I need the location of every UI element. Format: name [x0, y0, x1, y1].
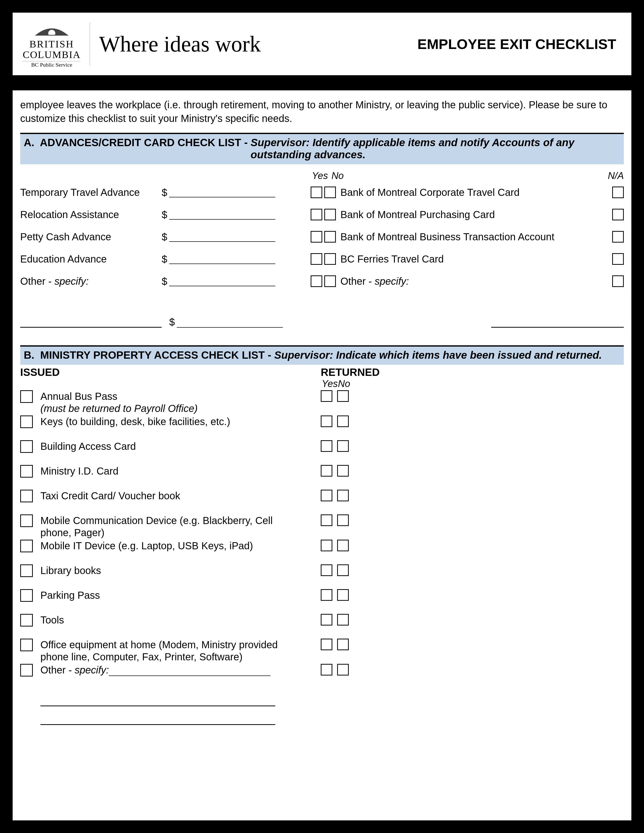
yes-checkbox[interactable] — [311, 253, 322, 265]
yes-checkbox[interactable] — [311, 231, 322, 243]
issued-checkbox[interactable] — [20, 564, 33, 577]
returned-yes-checkbox[interactable] — [321, 490, 332, 501]
no-checkbox[interactable] — [324, 209, 336, 220]
returned-header: RETURNED — [321, 366, 380, 378]
vertical-divider — [90, 23, 90, 65]
advance-label: Education Advance — [20, 253, 162, 265]
section-b-row: Mobile IT Device (e.g. Laptop, USB Keys,… — [20, 539, 624, 563]
no-checkbox[interactable] — [324, 187, 336, 198]
total-right-line[interactable] — [491, 315, 624, 328]
yes-label: Yes — [322, 378, 338, 389]
advance-label: Petty Cash Advance — [20, 231, 162, 243]
section-a-total-row: $ — [20, 315, 624, 328]
issued-checkbox[interactable] — [20, 638, 33, 651]
issued-checkbox[interactable] — [20, 540, 33, 552]
yes-checkbox[interactable] — [311, 209, 322, 220]
issued-checkbox[interactable] — [20, 515, 33, 527]
amount-field[interactable] — [169, 276, 275, 286]
section-a-lead: A. ADVANCES/CREDIT CARD CHECK LIST - — [24, 137, 251, 161]
property-label: Building Access Card — [40, 440, 303, 452]
property-label: Annual Bus Pass(must be returned to Payr… — [40, 390, 303, 415]
na-checkbox[interactable] — [612, 231, 624, 243]
returned-no-checkbox[interactable] — [337, 638, 349, 650]
property-label: Tools — [40, 614, 303, 626]
section-b-row: Taxi Credit Card/ Voucher book — [20, 489, 624, 513]
bc-logo: BRITISH COLUMBIA BC Public Service — [23, 20, 80, 68]
section-b-row: Parking Pass — [20, 588, 624, 613]
other-line-2[interactable] — [40, 712, 275, 725]
returned-yes-checkbox[interactable] — [321, 638, 332, 650]
issued-checkbox[interactable] — [20, 440, 33, 453]
advance-label: Other - specify: — [20, 276, 162, 287]
property-label: Office equipment at home (Modem, Ministr… — [40, 638, 303, 663]
na-checkbox[interactable] — [612, 209, 624, 220]
issued-checkbox[interactable] — [20, 589, 33, 602]
returned-no-checkbox[interactable] — [337, 664, 349, 675]
returned-no-checkbox[interactable] — [337, 540, 349, 551]
issued-checkbox[interactable] — [20, 614, 33, 627]
returned-yes-checkbox[interactable] — [321, 664, 332, 675]
returned-yes-checkbox[interactable] — [321, 515, 332, 526]
section-a-row: Education Advance$BC Ferries Travel Card — [20, 248, 624, 270]
returned-no-checkbox[interactable] — [337, 415, 349, 427]
issued-checkbox[interactable] — [20, 664, 33, 677]
yes-checkbox[interactable] — [311, 275, 322, 287]
property-label: Ministry I.D. Card — [40, 465, 303, 477]
amount-field[interactable] — [169, 209, 275, 220]
currency: $ — [169, 316, 177, 328]
yes-checkbox[interactable] — [311, 187, 322, 198]
no-label: No — [331, 170, 344, 181]
other-line-1[interactable] — [40, 694, 275, 706]
issued-header: ISSUED — [20, 366, 321, 378]
returned-yes-checkbox[interactable] — [321, 465, 332, 477]
other-extra-lines — [40, 694, 631, 725]
returned-no-checkbox[interactable] — [337, 614, 349, 626]
issued-checkbox[interactable] — [20, 465, 33, 478]
no-checkbox[interactable] — [324, 275, 336, 287]
issued-checkbox[interactable] — [20, 415, 33, 428]
currency: $ — [162, 253, 169, 265]
amount-field[interactable] — [169, 254, 275, 264]
amount-field[interactable] — [169, 232, 275, 242]
returned-no-checkbox[interactable] — [337, 390, 349, 402]
returned-no-checkbox[interactable] — [337, 465, 349, 477]
total-amount-field[interactable] — [177, 318, 283, 328]
section-b-desc: Supervisor: Indicate which items have be… — [274, 349, 602, 361]
returned-no-checkbox[interactable] — [337, 490, 349, 501]
section-b-yesno: Yes No — [20, 378, 624, 389]
returned-yes-checkbox[interactable] — [321, 614, 332, 626]
logo-line1: BRITISH — [23, 39, 80, 50]
no-label: No — [338, 378, 350, 389]
returned-yes-checkbox[interactable] — [321, 440, 332, 452]
issued-checkbox[interactable] — [20, 390, 33, 403]
page-title: EMPLOYEE EXIT CHECKLIST — [417, 36, 616, 52]
returned-no-checkbox[interactable] — [337, 440, 349, 452]
na-checkbox[interactable] — [612, 275, 624, 287]
logo-block: BRITISH COLUMBIA BC Public Service Where… — [23, 20, 261, 68]
currency: $ — [162, 276, 169, 287]
returned-yes-checkbox[interactable] — [321, 589, 332, 601]
no-checkbox[interactable] — [324, 253, 336, 265]
card-label: Other - specify: — [340, 276, 612, 287]
page: BRITISH COLUMBIA BC Public Service Where… — [0, 0, 644, 833]
returned-yes-checkbox[interactable] — [321, 390, 332, 402]
section-b-row: Annual Bus Pass(must be returned to Payr… — [20, 389, 624, 415]
returned-no-checkbox[interactable] — [337, 564, 349, 576]
other-specify-field[interactable] — [109, 667, 270, 676]
returned-yes-checkbox[interactable] — [321, 564, 332, 576]
issued-checkbox[interactable] — [20, 490, 33, 502]
na-checkbox[interactable] — [612, 253, 624, 265]
section-a-col-headers: Yes No N/A — [20, 170, 624, 181]
returned-yes-checkbox[interactable] — [321, 415, 332, 427]
section-b-row: Office equipment at home (Modem, Ministr… — [20, 638, 624, 663]
no-checkbox[interactable] — [324, 231, 336, 243]
na-checkbox[interactable] — [612, 187, 624, 198]
amount-field[interactable] — [169, 187, 275, 198]
returned-no-checkbox[interactable] — [337, 589, 349, 601]
section-a-desc: Supervisor: Identify applicable items an… — [251, 137, 620, 161]
property-label: Library books — [40, 564, 303, 577]
returned-yes-checkbox[interactable] — [321, 540, 332, 551]
total-left-line[interactable] — [20, 315, 162, 328]
section-b-row: Keys (to building, desk, bike facilities… — [20, 415, 624, 439]
returned-no-checkbox[interactable] — [337, 515, 349, 526]
